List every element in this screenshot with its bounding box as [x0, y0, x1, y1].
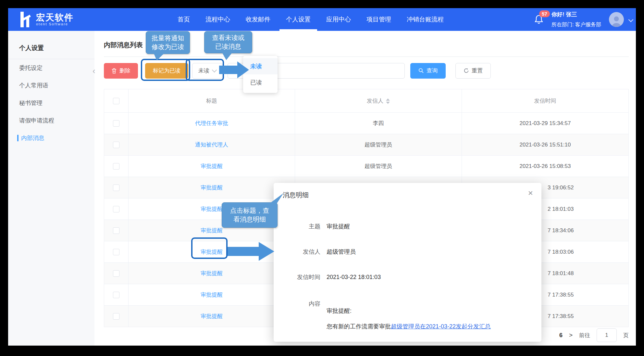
delete-button[interactable]: 删除	[104, 63, 138, 79]
message-title-link[interactable]: 通知被代理人	[195, 142, 228, 148]
reset-button[interactable]: 重置	[455, 63, 491, 79]
nav-item-app-center[interactable]: 应用中心	[318, 8, 359, 31]
refresh-icon	[464, 68, 469, 73]
annotation-outline-row-title	[191, 237, 228, 259]
column-header-sender[interactable]: 发信人	[295, 89, 462, 113]
tooltip-mark-read: 批量将通知 修改为已读	[146, 31, 190, 54]
user-greeting: 你好! 张三	[551, 9, 601, 19]
sidebar-item-internal-messages[interactable]: 内部消息	[8, 129, 94, 147]
select-all-checkbox[interactable]	[113, 98, 119, 104]
row-checkbox[interactable]	[113, 292, 119, 298]
row-checkbox[interactable]	[113, 120, 119, 127]
user-icon	[610, 14, 623, 27]
notification-badge: 57	[539, 10, 550, 17]
notification-bell[interactable]: 57	[534, 14, 544, 26]
subject-field: 主题 审批提醒	[274, 222, 350, 230]
page-unit-label: 页	[623, 332, 629, 339]
message-title-link[interactable]: 代理任务审批	[195, 120, 228, 126]
close-icon[interactable]: ×	[528, 189, 533, 197]
workflow-link[interactable]: 超级管理员在2021-03-22发起分发汇总	[391, 323, 491, 330]
nav-item-project-mgmt[interactable]: 项目管理	[359, 8, 399, 31]
sidebar-item-leave-flow[interactable]: 请假申请流程	[8, 112, 94, 129]
nav-item-personal-settings[interactable]: 个人设置	[278, 8, 318, 31]
goto-label: 前往	[579, 332, 590, 339]
table-row: 通知被代理人 超级管理员 2021-03-26 15:51:10	[104, 134, 629, 156]
row-checkbox[interactable]	[113, 270, 119, 277]
bell-icon	[534, 20, 544, 26]
row-checkbox[interactable]	[113, 227, 119, 234]
tooltip-filter-tail	[221, 52, 233, 60]
table-row: 代理任务审批 李四 2021-03-29 15:34:57	[104, 113, 629, 134]
nav-item-home[interactable]: 首页	[170, 8, 198, 31]
message-detail-modal: 消息明细 × 主题 审批提醒 发信人 超级管理员 发信时间 2021-03-22…	[274, 183, 541, 342]
sidebar-collapse-handle[interactable]: ‹	[93, 67, 95, 75]
nav-item-process-center[interactable]: 流程中心	[198, 8, 238, 31]
app-window: 宏天软件 otent Software 首页 流程中心 收发邮件 个人设置 应用…	[8, 8, 636, 346]
sender-field: 发信人 超级管理员	[274, 248, 356, 256]
logo-subtitle: otent Software	[36, 22, 74, 26]
message-title-link[interactable]: 审批提醒	[201, 206, 223, 212]
avatar[interactable]	[609, 12, 624, 27]
tooltip-filter: 查看未读或 已读消息	[204, 31, 252, 53]
content-line-2: 您有新的工作流需要审批超级管理员在2021-03-22发起分发汇总	[327, 323, 491, 330]
content-line-1: 审批提醒:	[327, 307, 352, 315]
sidebar-item-phrases[interactable]: 个人常用语	[8, 77, 94, 94]
hotent-logo-icon	[20, 12, 32, 27]
tooltip-row-click: 点击标题，查 看消息明细	[222, 202, 278, 228]
column-header-time: 发信时间	[462, 89, 629, 113]
row-checkbox[interactable]	[113, 249, 119, 255]
logo: 宏天软件 otent Software	[8, 12, 77, 27]
row-checkbox[interactable]	[113, 184, 119, 191]
send-time-field: 发信时间 2021-03-22 18:01:03	[274, 273, 381, 281]
tooltip-mark-read-tail	[154, 53, 165, 61]
user-department: 所在部门: 客户服务部	[551, 20, 601, 30]
message-title-link[interactable]: 审批提醒	[201, 163, 223, 169]
main-nav: 首页 流程中心 收发邮件 个人设置 应用中心 项目管理 冲销台账流程	[170, 8, 452, 31]
active-indicator-bar	[17, 135, 19, 141]
tooltip-row-click-tail	[268, 193, 284, 204]
row-checkbox[interactable]	[113, 142, 119, 148]
content-field-label: 内容	[274, 300, 320, 308]
trash-icon	[111, 68, 117, 74]
nav-item-mail[interactable]: 收发邮件	[238, 8, 278, 31]
next-page-button[interactable]: >	[569, 332, 573, 339]
goto-page-input[interactable]	[597, 328, 617, 342]
arrow-to-modal	[228, 242, 274, 261]
table-header-row: 标题 发信人 发信时间	[104, 89, 629, 113]
annotation-outline-mark-read	[141, 59, 190, 81]
row-checkbox[interactable]	[113, 206, 119, 212]
sort-icon[interactable]	[386, 98, 390, 104]
row-checkbox[interactable]	[113, 163, 119, 170]
message-title-link[interactable]: 审批提醒	[201, 313, 223, 319]
sidebar-title: 个人设置	[8, 39, 94, 59]
message-title-link[interactable]: 审批提醒	[201, 227, 223, 234]
top-header: 宏天软件 otent Software 首页 流程中心 收发邮件 个人设置 应用…	[8, 8, 636, 31]
table-row: 审批提醒 超级管理员 2021-03-26 15:08:53	[104, 156, 629, 177]
modal-title: 消息明细	[283, 191, 309, 199]
message-title-link[interactable]: 审批提醒	[201, 270, 223, 276]
search-icon	[418, 68, 424, 73]
sidebar-item-secretary[interactable]: 秘书管理	[8, 94, 94, 112]
message-title-link[interactable]: 审批提醒	[201, 184, 223, 191]
nav-item-writeoff-ledger[interactable]: 冲销台账流程	[399, 8, 452, 31]
logo-title: 宏天软件	[36, 13, 74, 22]
sidebar-item-delegation[interactable]: 委托设定	[8, 59, 94, 77]
pagination: 6 > 前往 页	[559, 328, 629, 342]
page-button-6[interactable]: 6	[559, 332, 563, 339]
message-title-link[interactable]: 审批提醒	[201, 292, 223, 298]
sidebar: 个人设置 委托设定 个人常用语 秘书管理 请假申请流程 内部消息	[8, 31, 94, 346]
arrow-to-dropdown-menu	[219, 61, 249, 78]
row-checkbox[interactable]	[113, 313, 119, 320]
annotation-outline-filter	[186, 59, 224, 81]
query-button[interactable]: 查询	[410, 63, 446, 79]
profile-chevron-down-icon[interactable]	[628, 17, 634, 22]
